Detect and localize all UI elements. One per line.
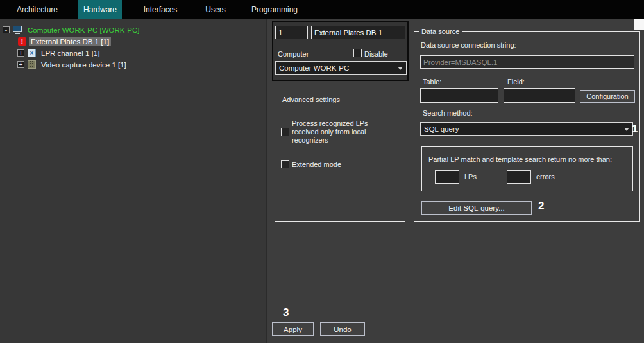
limits-title: Partial LP match and template search ret… (428, 155, 612, 163)
collapse-icon[interactable]: - (3, 26, 10, 33)
lps-label: LPs (464, 173, 477, 180)
video-capture-icon (28, 60, 36, 69)
tree-item-label[interactable]: LPR channel 1 [1] (39, 49, 101, 58)
computer-label: Computer (278, 50, 309, 58)
advanced-settings-group: Advanced settings Process recognized LPs… (275, 100, 405, 222)
chevron-down-icon (398, 67, 403, 70)
table-label: Table: (423, 78, 441, 85)
computer-select[interactable]: Computer WORK-PC (275, 61, 407, 75)
lpr-channel-icon: × (28, 49, 36, 57)
computer-select-value: Computer WORK-PC (279, 64, 349, 72)
undo-button[interactable]: Undo (320, 322, 365, 336)
annotation-step-3: 3 (283, 306, 289, 319)
undo-mnemonic: U (334, 326, 339, 333)
tree-item-label[interactable]: Computer WORK-PC [WORK-PC] (26, 26, 141, 35)
limits-group: Partial LP match and template search ret… (421, 146, 633, 191)
scrollbar-corner (634, 19, 644, 30)
search-method-value: SQL query (424, 125, 459, 133)
lps-limit-input[interactable] (435, 170, 459, 184)
data-source-title: Data source (419, 28, 462, 35)
data-source-group: Data source Data source connection strin… (414, 31, 640, 222)
tree-item-label[interactable]: Video capture device 1 [1] (39, 60, 128, 69)
object-id-panel: Computer Disable Computer WORK-PC (272, 21, 409, 81)
expand-icon[interactable]: + (17, 61, 24, 68)
tab-architecture[interactable]: Architecture (8, 0, 67, 19)
connection-string-input (420, 55, 634, 69)
advanced-settings-title: Advanced settings (280, 96, 343, 103)
process-lps-label: Process recognized LPs received only fro… (292, 119, 374, 145)
tree-item-video-device[interactable]: + Video capture device 1 [1] (17, 59, 128, 70)
search-method-select[interactable]: SQL query (420, 122, 633, 136)
annotation-step-2: 2 (538, 200, 544, 213)
tree-item-external-db[interactable]: ! External Plates DB 1 [1] (18, 36, 111, 47)
disable-label: Disable (364, 50, 388, 58)
field-input[interactable] (504, 88, 575, 103)
configuration-button[interactable]: Configuration (580, 90, 635, 103)
disable-checkbox[interactable] (353, 49, 362, 57)
computer-icon (13, 26, 23, 34)
tree-item-computer[interactable]: - Computer WORK-PC [WORK-PC] (3, 24, 141, 35)
annotation-step-1: 1 (632, 123, 638, 136)
extended-mode-label: Extended mode (292, 161, 341, 168)
tree-item-label[interactable]: External Plates DB 1 [1] (29, 37, 111, 46)
field-label: Field: (507, 78, 525, 85)
extended-mode-checkbox[interactable] (281, 160, 289, 168)
table-input[interactable] (420, 88, 498, 103)
errors-limit-input[interactable] (507, 170, 531, 184)
tab-hardware[interactable]: Hardware (78, 0, 122, 19)
connection-string-label: Data source connection string: (421, 41, 516, 49)
tab-bar: Architecture Hardware Interfaces Users P… (0, 0, 644, 19)
app-window: Architecture Hardware Interfaces Users P… (0, 0, 644, 343)
edit-sql-query-button[interactable]: Edit SQL-query... (421, 201, 532, 215)
tree-item-lpr-channel[interactable]: + × LPR channel 1 [1] (17, 48, 101, 58)
process-lps-checkbox[interactable] (281, 128, 289, 136)
chevron-down-icon (624, 128, 629, 131)
object-id-input[interactable] (275, 26, 308, 39)
tab-programming[interactable]: Programming (249, 0, 300, 19)
search-method-label: Search method: (423, 109, 473, 117)
undo-label-rest: ndo (339, 326, 352, 333)
errors-label: errors (536, 173, 555, 180)
tab-interfaces[interactable]: Interfaces (137, 0, 183, 19)
hardware-tree: - Computer WORK-PC [WORK-PC] ! External … (0, 19, 267, 343)
error-icon: ! (18, 37, 26, 46)
apply-button[interactable]: Apply (272, 322, 314, 336)
expand-icon[interactable]: + (17, 49, 24, 57)
object-name-input[interactable] (311, 26, 405, 39)
tab-users[interactable]: Users (199, 0, 232, 19)
